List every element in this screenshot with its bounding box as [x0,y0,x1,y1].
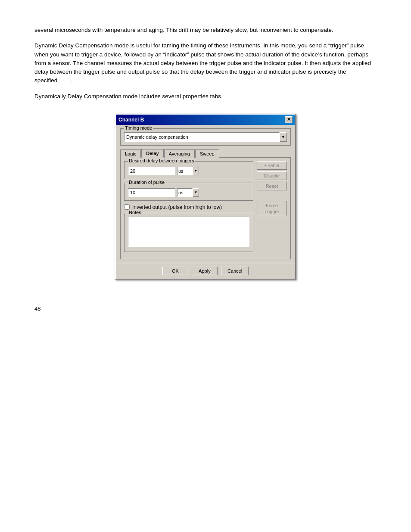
duration-row: us ms s ▼ [128,188,249,197]
timing-mode-label: Timing mode [124,125,153,131]
dialog-footer: OK Apply Cancel [116,263,295,279]
duration-unit-arrow[interactable]: ▼ [193,188,199,197]
paragraph-2: Dynamic Delay Compensation mode is usefu… [34,41,377,85]
duration-group: Duration of pulse us ms s [124,183,253,201]
cancel-button[interactable]: Cancel [221,267,249,275]
desired-delay-unit-arrow[interactable]: ▼ [193,167,199,175]
timing-mode-select[interactable]: Dynamic delay compensation Single pulse … [124,132,280,142]
dialog-title: Channel B [118,117,144,123]
force-trigger-line2: Trigger [265,209,279,214]
left-panel: Desired delay between triggers us ms s [124,161,253,255]
timing-mode-group: Timing mode Dynamic delay compensation S… [120,128,291,146]
desired-delay-unit-select[interactable]: us ms s [177,167,193,175]
force-trigger-button[interactable]: Force Trigger [257,201,287,217]
paragraph-3: Dynamically Delay Compensation mode incl… [34,92,377,101]
desired-delay-input[interactable] [128,167,175,175]
duration-label: Duration of pulse [128,180,165,185]
ok-button[interactable]: OK [162,267,188,275]
inverted-label: Inverted output (pulse from high to low) [132,204,222,210]
main-area: Desired delay between triggers us ms s [124,161,287,255]
channel-b-dialog: Channel B ✕ Timing mode Dynamic delay co… [115,114,296,280]
duration-unit-wrap: us ms s ▼ [177,188,199,197]
reset-button[interactable]: Reset [257,182,287,190]
inverted-checkbox[interactable] [124,204,130,210]
duration-unit-select[interactable]: us ms s [177,188,193,197]
tab-averaging[interactable]: Averaging [164,149,195,158]
desired-delay-unit-wrap: us ms s ▼ [177,167,199,175]
page-number: 48 [34,305,377,312]
close-button[interactable]: ✕ [285,116,293,123]
duration-input[interactable] [128,188,175,197]
disable-button[interactable]: Disable [257,171,287,180]
inverted-checkbox-row: Inverted output (pulse from high to low) [124,204,253,210]
dialog-container: Channel B ✕ Timing mode Dynamic delay co… [34,114,377,280]
dialog-body: Timing mode Dynamic delay compensation S… [116,125,295,263]
tabs-row: Logic Delay Averaging Sweep [120,149,291,158]
force-trigger-line1: Force [266,203,278,208]
tab-delay[interactable]: Delay [141,149,163,158]
notes-textarea[interactable] [128,217,249,247]
desired-delay-row: us ms s ▼ [128,167,249,175]
desired-delay-label: Desired delay between triggers [128,158,195,163]
enable-button[interactable]: Enable [257,161,287,170]
desired-delay-group: Desired delay between triggers us ms s [124,161,253,179]
tab-content-area: Desired delay between triggers us ms s [120,157,291,259]
notes-group: Notes [124,213,253,252]
dialog-titlebar: Channel B ✕ [116,115,295,125]
paragraph-1: several microseconds with temperature an… [34,26,377,34]
tab-sweep[interactable]: Sweep [195,149,219,158]
timing-mode-select-wrapper: Dynamic delay compensation Single pulse … [124,132,287,142]
right-panel: Enable Disable Reset Force Trigger [257,161,287,255]
page-content: several microseconds with temperature an… [34,26,377,312]
tab-logic[interactable]: Logic [120,149,141,158]
timing-mode-dropdown-arrow[interactable]: ▼ [280,132,287,142]
notes-group-label: Notes [128,210,142,215]
apply-button[interactable]: Apply [192,267,218,275]
